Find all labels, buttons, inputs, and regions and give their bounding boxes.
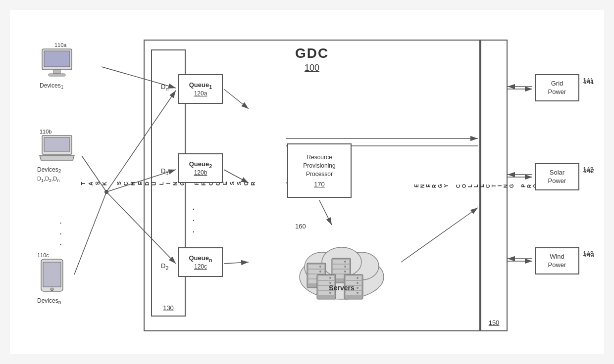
svg-rect-31: [308, 270, 324, 273]
queue-1-label: Queue1: [189, 81, 212, 90]
queue-dots: ···: [192, 203, 196, 237]
svg-rect-30: [308, 265, 324, 269]
svg-rect-66: [44, 51, 70, 67]
svg-point-24: [104, 190, 108, 194]
tsp-label: TASKSCHEDULINGPROCESSOR: [80, 181, 256, 186]
wind-power-box: WindPower: [535, 247, 579, 274]
wind-power-label: WindPower: [548, 253, 566, 270]
data-flow-label: D1,D2,Dn: [37, 176, 77, 183]
ecp-number: 150: [489, 319, 500, 326]
svg-line-6: [74, 192, 106, 274]
svg-point-43: [344, 261, 346, 263]
device-1-icon: [40, 48, 74, 80]
device-n-icon: [37, 258, 67, 295]
svg-rect-67: [53, 70, 60, 74]
svg-rect-68: [49, 74, 65, 76]
solar-power-label: SolarPower: [548, 169, 566, 185]
device-1-group: 110a Devices1: [40, 42, 74, 90]
svg-point-35: [319, 271, 321, 273]
queue-2-number: 120b: [194, 169, 207, 176]
svg-rect-72: [43, 262, 61, 287]
svg-rect-41: [333, 270, 349, 273]
device-1-label: Devices1: [40, 82, 74, 90]
device-2-id: 110b: [40, 129, 77, 135]
svg-point-55: [329, 292, 331, 294]
svg-point-63: [357, 287, 358, 289]
queue-n-number: 120c: [194, 263, 207, 270]
ecp-box: ENERGYCOLLECTINGPROCESSOR 150: [480, 40, 508, 331]
device-1-id: 110a: [54, 42, 74, 48]
wind-num: 143: [583, 250, 594, 257]
svg-point-45: [344, 271, 346, 273]
device-dots: ···: [59, 218, 62, 250]
svg-point-34: [319, 266, 321, 268]
grid-num: 141: [583, 77, 594, 84]
svg-rect-57: [346, 276, 361, 280]
device-2-icon: [37, 135, 77, 164]
svg-point-73: [51, 288, 53, 291]
device-n-label: Devicesn: [37, 297, 67, 305]
queue-2-box: Queue2 120b: [178, 153, 223, 183]
svg-point-64: [357, 292, 358, 294]
svg-rect-48: [318, 276, 334, 280]
tsp-number: 130: [163, 304, 174, 312]
queue-2-label: Queue2: [189, 160, 212, 169]
servers-label: Servers: [329, 284, 354, 292]
gdc-title: GDC: [295, 46, 329, 61]
svg-point-44: [344, 266, 346, 268]
grid-power-label: GridPower: [548, 80, 566, 96]
server-cloud: Servers: [292, 223, 391, 302]
device-n-group: 110c Devicesn: [37, 252, 67, 305]
grid-power-box: GridPower: [535, 74, 579, 101]
svg-rect-70: [44, 137, 70, 151]
svg-point-52: [329, 277, 331, 279]
device-2-group: 110b Devices2 D1,D2,Dn: [37, 129, 77, 183]
rpp-number: 170: [314, 181, 325, 188]
cloud-number: 160: [295, 223, 306, 230]
dn-label-1: Dn: [161, 83, 168, 92]
d1-label: D1: [161, 167, 168, 176]
svg-rect-40: [333, 265, 349, 269]
queue-1-number: 120a: [194, 90, 207, 97]
queue-n-label: Queuen: [189, 254, 212, 263]
queue-n-box: Queuen 120c: [178, 247, 223, 277]
svg-point-62: [357, 282, 358, 284]
diagram-area: GDC 100 TASKSCHEDULINGPROCESSOR 130 Queu…: [10, 10, 604, 354]
gdc-number: 100: [305, 63, 319, 73]
rpp-label: ResourceProvisioningProcessor: [303, 153, 335, 178]
solar-power-box: SolarPower: [535, 163, 579, 190]
queue-1-box: Queue1 120a: [178, 74, 223, 104]
rpp-box: ResourceProvisioningProcessor 170: [287, 143, 352, 198]
svg-point-61: [357, 277, 358, 279]
solar-num: 142: [583, 166, 594, 173]
svg-line-5: [82, 156, 106, 192]
device-2-label: Devices2: [37, 166, 77, 174]
device-n-id: 110c: [37, 252, 67, 258]
svg-rect-39: [333, 260, 349, 264]
d2-label: D2: [161, 262, 168, 271]
